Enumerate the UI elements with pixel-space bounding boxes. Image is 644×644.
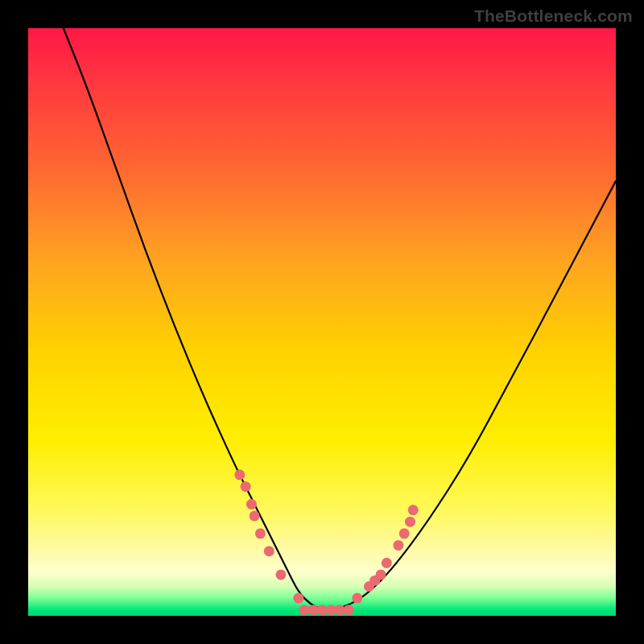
curve-svg xyxy=(28,28,616,616)
marker-dots xyxy=(234,469,418,615)
marker-dot xyxy=(382,558,392,568)
chart-frame: TheBottleneck.com xyxy=(0,0,644,644)
marker-dot xyxy=(250,510,260,521)
marker-dot xyxy=(293,593,303,604)
marker-dot xyxy=(246,499,257,510)
marker-dot xyxy=(275,569,286,580)
v-curve xyxy=(64,28,616,610)
marker-dot xyxy=(376,569,386,580)
marker-dot xyxy=(408,505,419,515)
marker-dot xyxy=(343,605,353,615)
marker-dot xyxy=(234,469,245,480)
marker-dot xyxy=(352,593,362,604)
attribution-text: TheBottleneck.com xyxy=(474,6,633,26)
marker-dot xyxy=(405,517,415,527)
marker-dot xyxy=(399,528,410,539)
marker-dot xyxy=(393,540,403,551)
marker-dot xyxy=(241,481,251,492)
marker-dot xyxy=(255,528,266,539)
marker-dot xyxy=(264,546,275,556)
plot-area xyxy=(28,28,616,616)
